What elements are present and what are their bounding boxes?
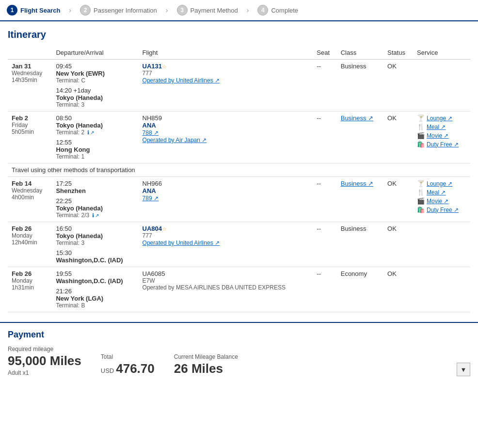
service-lounge-2[interactable]: 🍸 Lounge ↗ — [417, 114, 466, 122]
flight-row-5: Feb 26 Monday 1h31min 19:55 Washington,D… — [8, 267, 470, 312]
meal-link-2[interactable]: Meal ↗ — [427, 124, 446, 130]
flight-1-status: OK — [383, 60, 413, 112]
service-lounge-3[interactable]: 🍸 Lounge ↗ — [417, 180, 466, 187]
flight-4-seat: -- — [313, 222, 336, 267]
flight-3-seat: -- — [313, 177, 336, 222]
wizard-step-4[interactable]: 4 Complete — [257, 5, 298, 16]
payment-section: Payment Required mileage 95,000 Miles Ad… — [0, 322, 478, 383]
col-class: Class — [337, 46, 383, 60]
flight-5-seat: -- — [313, 267, 336, 312]
terminal-3-ext[interactable]: ↗ — [95, 213, 99, 218]
flight-3-info: NH966 ANA 789 ↗ — [139, 177, 313, 222]
wizard-step-1[interactable]: 1 Flight Search — [7, 5, 60, 16]
flight-5-class: Economy — [337, 267, 383, 312]
flight-4-status: OK — [383, 222, 413, 267]
payment-row: Required mileage 95,000 Miles Adult x1 T… — [8, 346, 470, 376]
balance-value: 26 Miles — [174, 361, 238, 376]
flight-5-info: UA6085 E7W Operated by MESA AIRLINES DBA… — [139, 267, 313, 312]
payment-total-col: Total USD 476.70 — [101, 353, 155, 376]
step-2-num: 2 — [80, 5, 91, 16]
required-mileage-label: Required mileage — [8, 346, 81, 352]
dutyfree-link-2[interactable]: Duty Free ↗ — [427, 141, 459, 148]
dutyfree-link-3[interactable]: Duty Free ↗ — [427, 207, 459, 213]
balance-label: Current Mileage Balance — [174, 353, 238, 360]
total-currency: USD — [101, 367, 114, 374]
flight-1-dep-arr: 09:45 New York (EWR) Terminal: C 14:20 +… — [52, 60, 138, 112]
payment-note: Adult x1 — [8, 369, 81, 376]
flight-2-seat: -- — [313, 112, 336, 163]
col-service: Service — [413, 46, 470, 60]
step-4-label: Complete — [271, 7, 298, 14]
col-dep-arr: Departure/Arrival — [52, 46, 138, 60]
flight-4-dep-arr: 16:50 Tokyo (Haneda) Terminal: 3 15:30 W… — [52, 222, 138, 267]
movie-icon: 🎬 — [417, 132, 425, 139]
lounge-link-2[interactable]: Lounge ↗ — [427, 115, 452, 122]
flight-row-1: Jan 31 Wednesday 14h35min 09:45 New York… — [8, 60, 470, 112]
service-dutyfree-3[interactable]: 🛍️ Duty Free ↗ — [417, 206, 466, 213]
flight-2-service: 🍸 Lounge ↗ 🍴 Meal ↗ 🎬 Movie ↗ 🛍️ — [413, 112, 470, 163]
flight-2-info: NH859 ANA 788 ↗ Operated by Air Japan ↗ — [139, 112, 313, 163]
flight-1-class: Business — [337, 60, 383, 112]
flight-4-class: Business — [337, 222, 383, 267]
flight-5-status: OK — [383, 267, 413, 312]
terminal-3-icon[interactable]: ℹ — [92, 212, 94, 218]
flight-5-dep-arr: 19:55 Washington,D.C. (IAD) 21:26 New Yo… — [52, 267, 138, 312]
flight-3-status: OK — [383, 177, 413, 222]
wizard-step-3[interactable]: 3 Payment Method — [177, 5, 238, 16]
total-value: 476.70 — [116, 361, 155, 376]
lounge-link-3[interactable]: Lounge ↗ — [427, 180, 452, 187]
movie-link-2[interactable]: Movie ↗ — [427, 132, 448, 139]
required-mileage-value: 95,000 Miles — [8, 353, 81, 368]
payment-title: Payment — [8, 330, 470, 340]
meal-link-3[interactable]: Meal ↗ — [427, 189, 446, 196]
meal-icon: 🍴 — [417, 123, 425, 130]
flight-2-dep-arr: 08:50 Tokyo (Haneda) Terminal: 2 ℹ↗ 12:5… — [52, 112, 138, 163]
service-movie-3[interactable]: 🎬 Movie ↗ — [417, 197, 466, 205]
step-1-label: Flight Search — [20, 7, 60, 14]
flight-1-date: Jan 31 Wednesday 14h35min — [8, 60, 52, 112]
flight-1-info: UA131☆ 777 Operated by United Airlines ↗ — [139, 60, 313, 112]
dutyfree-icon-3: 🛍️ — [417, 206, 425, 213]
step-3-num: 3 — [177, 5, 188, 16]
flight-2-link[interactable]: 788 ↗ — [143, 129, 159, 136]
payment-mileage-col: Required mileage 95,000 Miles Adult x1 — [8, 346, 81, 376]
chevron-down-icon: ▼ — [461, 366, 467, 373]
wizard-sep-3: › — [247, 6, 249, 14]
meal-icon-3: 🍴 — [417, 189, 425, 196]
payment-dropdown-btn[interactable]: ▼ — [457, 363, 470, 376]
service-dutyfree-2[interactable]: 🛍️ Duty Free ↗ — [417, 141, 466, 148]
movie-link-3[interactable]: Movie ↗ — [427, 198, 448, 205]
movie-icon-3: 🎬 — [417, 197, 425, 205]
travel-separator-text: Travel using other methods of transporta… — [8, 163, 470, 177]
step-2-label: Passenger Information — [94, 7, 157, 14]
flight-4-date: Feb 26 Monday 12h40min — [8, 222, 52, 267]
payment-balance-col: Current Mileage Balance 26 Miles — [174, 353, 238, 376]
flight-5-date: Feb 26 Monday 1h31min — [8, 267, 52, 312]
total-label: Total — [101, 353, 155, 360]
flight-2-status: OK — [383, 112, 413, 163]
wizard-step-2[interactable]: 2 Passenger Information — [80, 5, 157, 16]
step-1-num: 1 — [7, 5, 17, 16]
flight-1-operated-link[interactable]: Operated by United Airlines ↗ — [143, 77, 220, 84]
main-content: Itinerary Departure/Arrival Flight Seat … — [0, 21, 478, 312]
itinerary-table: Departure/Arrival Flight Seat Class Stat… — [8, 46, 470, 312]
service-meal-3[interactable]: 🍴 Meal ↗ — [417, 189, 466, 196]
flight-3-service: 🍸 Lounge ↗ 🍴 Meal ↗ 🎬 Movie ↗ 🛍️ — [413, 177, 470, 222]
service-meal-2[interactable]: 🍴 Meal ↗ — [417, 123, 466, 130]
dutyfree-icon: 🛍️ — [417, 141, 425, 148]
flight-1-seat: -- — [313, 60, 336, 112]
flight-3-link[interactable]: 789 ↗ — [143, 195, 159, 202]
step-3-label: Payment Method — [191, 7, 238, 14]
flight-3-date: Feb 14 Wednesday 4h00min — [8, 177, 52, 222]
ana-logo-2: ANA — [143, 122, 156, 129]
step-4-num: 4 — [257, 5, 268, 16]
flight-4-operated-link[interactable]: Operated by United Airlines ↗ — [143, 240, 220, 246]
terminal-2-ext[interactable]: ↗ — [90, 130, 94, 135]
service-movie-2[interactable]: 🎬 Movie ↗ — [417, 132, 466, 139]
travel-separator-row: Travel using other methods of transporta… — [8, 163, 470, 177]
terminal-2-icon[interactable]: ℹ — [87, 129, 89, 135]
flight-2-operated-link[interactable]: Operated by Air Japan ↗ — [143, 137, 207, 144]
col-seat: Seat — [313, 46, 336, 60]
wizard-sep-2: › — [166, 6, 168, 14]
ana-logo-3: ANA — [143, 187, 156, 194]
